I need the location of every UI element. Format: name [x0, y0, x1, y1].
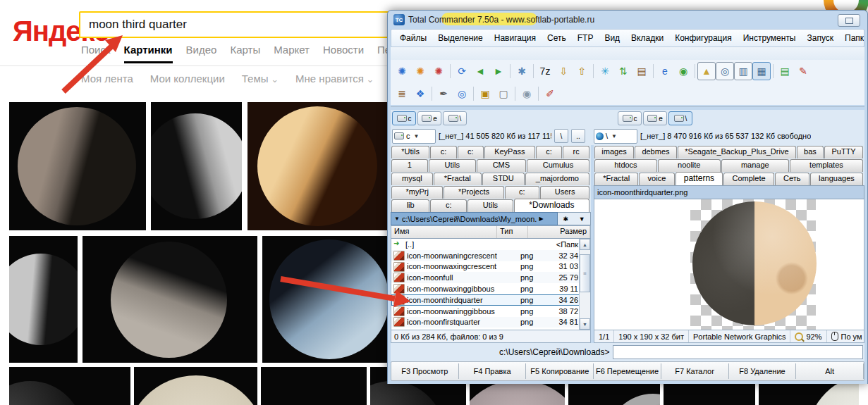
menu-item[interactable]: Файлы — [394, 32, 432, 44]
command-input[interactable] — [613, 345, 863, 359]
toolbar-button[interactable]: ▢ — [494, 85, 513, 103]
service-tab[interactable]: Новости — [323, 44, 364, 63]
toolbar-button[interactable]: ⇧ — [573, 62, 591, 80]
folder-tab[interactable]: STDU — [482, 173, 525, 185]
scrollbar-thumb[interactable]: ≡ — [580, 254, 590, 292]
menu-item[interactable]: Запуск — [802, 32, 840, 44]
menu-item[interactable]: Выделение — [432, 32, 489, 44]
folder-tab[interactable]: c: — [430, 199, 467, 212]
moon-image-thumbnail[interactable] — [134, 367, 257, 405]
toolbar-button[interactable]: ▲ — [697, 62, 716, 80]
moon-image-thumbnail[interactable] — [261, 367, 367, 405]
folder-tab[interactable]: rc — [563, 146, 589, 158]
toolbar-button[interactable]: ✺ — [393, 62, 411, 80]
column-header-name[interactable]: Имя — [391, 226, 497, 238]
folder-tab[interactable]: voice — [639, 173, 674, 185]
moon-image-thumbnail[interactable] — [151, 102, 242, 230]
toolbar-button[interactable]: ❖ — [411, 85, 429, 103]
service-tab[interactable]: Картинки — [124, 44, 173, 63]
drive-button[interactable]: \ — [443, 111, 467, 125]
file-row[interactable]: icon-moonthirdquarter png 34 26 — [391, 294, 580, 306]
folder-tab[interactable]: PuTTY — [824, 146, 863, 158]
drive-button[interactable]: e — [643, 111, 667, 125]
combo-dropdown-icon[interactable]: ▼ — [412, 133, 421, 139]
toolbar-button[interactable]: ◉ — [674, 62, 692, 80]
folder-tab[interactable]: debmes — [635, 146, 677, 158]
toolbar-button[interactable]: ▤ — [632, 62, 651, 80]
service-tab[interactable]: Видео — [186, 44, 217, 63]
folder-tab[interactable]: templates — [790, 159, 863, 172]
folder-tab[interactable]: Сеть — [775, 173, 809, 185]
folder-tab[interactable]: *Downloads — [514, 199, 589, 212]
toolbar-button[interactable]: ✱ — [513, 62, 531, 80]
service-tab[interactable]: Поиск — [81, 44, 111, 63]
function-key-button[interactable]: F3 Просмотр — [391, 363, 459, 379]
folder-tab[interactable]: *Utils — [391, 146, 429, 158]
menu-item[interactable]: Вид — [599, 32, 625, 44]
subnav-item[interactable]: Моя лента — [81, 73, 133, 85]
left-drive-combo[interactable]: c ▼ — [392, 129, 436, 144]
menu-item[interactable]: Папки — [839, 32, 864, 44]
toolbar-button[interactable] — [591, 63, 596, 79]
toolbar-button[interactable]: ⇅ — [614, 62, 632, 80]
file-row[interactable]: icon-moonwaxingcrescent png 31 03 — [391, 261, 580, 273]
toolbar-button[interactable]: ◄ — [471, 62, 489, 80]
drive-button[interactable]: e — [417, 111, 441, 125]
moon-image-thumbnail[interactable] — [9, 102, 146, 230]
right-drive-combo[interactable]: \ ▼ — [594, 129, 637, 144]
toolbar-button[interactable]: ≣ — [393, 85, 411, 103]
folder-tab[interactable]: images — [594, 146, 634, 158]
toolbar-button[interactable]: 7z — [536, 62, 554, 80]
folder-tab[interactable]: mysql — [391, 173, 433, 185]
moon-image-thumbnail[interactable] — [247, 102, 393, 230]
function-key-button[interactable]: Alt — [796, 363, 864, 379]
folder-tab[interactable]: CMS — [477, 159, 526, 172]
toolbar-button[interactable]: ✎ — [794, 62, 812, 80]
function-key-button[interactable]: F8 Удаление — [729, 363, 797, 379]
toolbar-button[interactable]: ◎ — [453, 85, 471, 103]
toolbar-button[interactable]: ✒ — [434, 85, 453, 103]
moon-image-thumbnail[interactable] — [82, 236, 257, 363]
drive-button[interactable]: c — [618, 111, 642, 125]
scroll-up-icon[interactable]: ▲ — [580, 239, 590, 250]
toolbar-button[interactable] — [429, 86, 434, 101]
column-header-type[interactable]: Тип — [497, 226, 528, 238]
folder-tab[interactable]: noolite — [658, 159, 721, 172]
history-dropdown-icon[interactable]: ▼ — [579, 216, 585, 223]
toolbar-button[interactable]: ✺ — [429, 62, 448, 80]
folder-tab[interactable]: *Fractal — [594, 173, 638, 185]
toolbar-button[interactable] — [448, 63, 453, 79]
title-bar[interactable]: TC Total Commander 7.50a - www.softlab-p… — [391, 11, 864, 29]
moon-image-thumbnail[interactable] — [262, 236, 392, 363]
file-row[interactable]: icon-moonwaningcrescent png 32 34 — [391, 250, 580, 261]
folder-tab[interactable]: c: — [430, 146, 456, 158]
folder-tab[interactable]: htdocs — [594, 159, 657, 172]
folder-tab[interactable]: KeyPass — [484, 146, 535, 158]
toolbar-button[interactable] — [513, 86, 518, 101]
function-key-button[interactable]: F4 Правка — [459, 363, 527, 379]
menu-item[interactable]: Конфигурация — [669, 32, 738, 44]
folder-tab[interactable]: c: — [505, 186, 540, 199]
subnav-item[interactable]: Мои коллекции — [150, 73, 225, 85]
search-input[interactable] — [80, 18, 409, 32]
folder-tab[interactable]: Utils — [429, 159, 476, 172]
moon-image-thumbnail[interactable] — [9, 367, 130, 405]
toolbar-button[interactable]: ⟳ — [453, 62, 471, 80]
toolbar-button[interactable] — [651, 63, 656, 79]
folder-tab[interactable]: manage — [721, 159, 789, 172]
folder-tab[interactable]: c: — [536, 146, 562, 158]
toolbar-button[interactable]: ✳ — [596, 62, 614, 80]
subnav-item[interactable]: Темы — [242, 73, 279, 85]
folder-tab[interactable]: bas — [797, 146, 824, 158]
folder-tab[interactable]: languages — [810, 173, 863, 185]
toolbar-button[interactable]: ▦ — [752, 62, 771, 80]
root-dir-button[interactable]: \ — [554, 129, 568, 143]
toolbar-button[interactable]: ◎ — [716, 62, 734, 80]
folder-tab[interactable]: c: — [458, 146, 484, 158]
folder-tab[interactable]: _majordomo — [525, 173, 589, 185]
file-row[interactable]: icon-moonfull png 25 79 — [391, 272, 580, 283]
folder-tab[interactable]: Complete — [723, 173, 774, 185]
toolbar-button[interactable] — [771, 63, 776, 79]
drive-button[interactable]: \ — [668, 111, 692, 125]
menu-item[interactable]: Навигация — [489, 32, 542, 44]
